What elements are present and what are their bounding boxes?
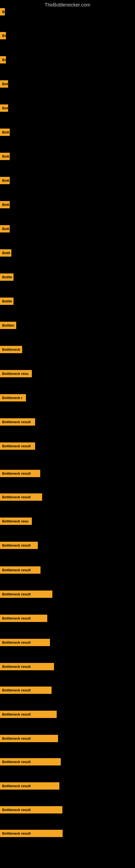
bottleneck-label: Bottleneck result bbox=[0, 442, 35, 450]
list-item: Bottleneck result bbox=[0, 566, 41, 574]
list-item: Bott bbox=[0, 129, 10, 136]
bottleneck-label: Bottleneck result bbox=[0, 418, 35, 426]
list-item: Bottl bbox=[0, 249, 11, 257]
list-item: Bott bbox=[0, 153, 10, 160]
list-item: Bo bbox=[0, 56, 6, 63]
list-item: Bottleneck resu bbox=[0, 370, 32, 377]
bottleneck-label: B bbox=[0, 8, 5, 16]
list-item: Bottleneck result bbox=[0, 442, 35, 450]
list-item: Bottleneck result bbox=[0, 493, 42, 501]
list-item: Bottleneck result bbox=[0, 735, 58, 742]
bottleneck-label: Bo bbox=[0, 56, 6, 63]
bottleneck-label: Bottleneck result bbox=[0, 615, 47, 622]
bottleneck-label: Bot bbox=[0, 104, 8, 112]
bottleneck-label: Bottleneck result bbox=[0, 782, 59, 789]
bottleneck-label: Bottle bbox=[0, 273, 13, 281]
list-item: Bo bbox=[0, 32, 6, 39]
bottleneck-label: Bottleneck bbox=[0, 346, 22, 353]
bottleneck-label: Bott bbox=[0, 129, 10, 136]
bottleneck-label: Bottleneck result bbox=[0, 566, 41, 574]
list-item: B bbox=[0, 8, 5, 16]
bottleneck-label: Bottleneck result bbox=[0, 806, 62, 813]
bottleneck-label: Bottle bbox=[0, 298, 13, 305]
bottleneck-label: Bottleneck result bbox=[0, 686, 52, 694]
list-item: Bottleneck result bbox=[0, 418, 35, 426]
bottleneck-label: Bottlen bbox=[0, 322, 16, 329]
list-item: Bot bbox=[0, 104, 8, 112]
bottleneck-label: Bo bbox=[0, 32, 6, 39]
site-title: TheBottlenecker.com bbox=[0, 0, 135, 10]
bottleneck-label: Bottleneck result bbox=[0, 542, 38, 549]
bottleneck-label: Bottleneck resu bbox=[0, 370, 32, 377]
list-item: Bottleneck result bbox=[0, 830, 63, 837]
list-item: Bottleneck r bbox=[0, 394, 26, 401]
list-item: Bottleneck result bbox=[0, 542, 38, 549]
bottleneck-label: Bottleneck result bbox=[0, 493, 42, 501]
bottleneck-label: Bottleneck r bbox=[0, 394, 26, 401]
list-item: Bottleneck result bbox=[0, 686, 52, 694]
list-item: Bottleneck result bbox=[0, 806, 62, 813]
bottleneck-label: Bottleneck result bbox=[0, 590, 52, 598]
list-item: Bottleneck result bbox=[0, 590, 52, 598]
bottleneck-label: Bottleneck result bbox=[0, 711, 57, 718]
list-item: Bottleneck resu bbox=[0, 518, 32, 525]
list-item: Bottleneck result bbox=[0, 711, 57, 718]
bottleneck-label: Bottleneck result bbox=[0, 735, 58, 742]
list-item: Bott bbox=[0, 225, 10, 232]
list-item: Bottle bbox=[0, 298, 13, 305]
bottleneck-label: Bottleneck resu bbox=[0, 518, 32, 525]
bottleneck-label: Bott bbox=[0, 153, 10, 160]
list-item: Bot bbox=[0, 80, 8, 88]
list-item: Bottleneck result bbox=[0, 639, 50, 646]
list-item: Bottleneck result bbox=[0, 615, 47, 622]
list-item: Bottleneck bbox=[0, 346, 22, 353]
list-item: Bottleneck result bbox=[0, 663, 54, 670]
bottleneck-label: Bott bbox=[0, 225, 10, 232]
list-item: Bottleneck result bbox=[0, 758, 61, 766]
bottleneck-label: Bottleneck result bbox=[0, 663, 54, 670]
bottleneck-label: Bottleneck result bbox=[0, 470, 40, 477]
list-item: Bottlen bbox=[0, 322, 16, 329]
list-item: Bottleneck result bbox=[0, 470, 40, 477]
list-item: Bott bbox=[0, 177, 10, 184]
bottleneck-label: Bottleneck result bbox=[0, 639, 50, 646]
bottleneck-label: Bottl bbox=[0, 249, 11, 257]
bottleneck-label: Bott bbox=[0, 201, 10, 208]
list-item: Bottle bbox=[0, 273, 13, 281]
bottleneck-label: Bot bbox=[0, 80, 8, 88]
bottleneck-label: Bott bbox=[0, 177, 10, 184]
list-item: Bottleneck result bbox=[0, 782, 59, 789]
bottleneck-label: Bottleneck result bbox=[0, 758, 61, 766]
list-item: Bott bbox=[0, 201, 10, 208]
bottleneck-label: Bottleneck result bbox=[0, 830, 63, 837]
